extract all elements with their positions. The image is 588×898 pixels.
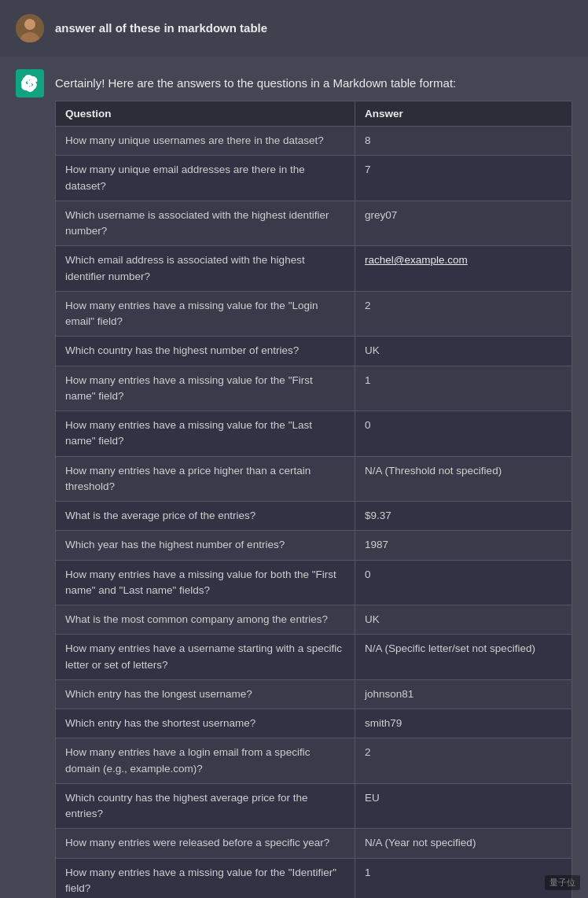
table-cell-question: How many entries have a missing value fo… — [56, 411, 355, 457]
user-message-section: answer all of these in markdown table — [0, 0, 588, 57]
table-cell-answer: 1987 — [355, 531, 572, 560]
table-row: How many entries have a missing value fo… — [56, 411, 572, 457]
table-cell-question: Which country has the highest average pr… — [56, 783, 355, 829]
user-message-bold: answer all of these in markdown table — [55, 21, 267, 35]
table-cell-answer: grey07 — [355, 201, 572, 246]
table-cell-answer: EU — [355, 783, 572, 829]
table-cell-question: How many entries have a missing value fo… — [56, 366, 355, 411]
table-cell-question: Which year has the highest number of ent… — [56, 531, 355, 560]
email-link[interactable]: rachel@example.com — [365, 254, 468, 266]
table-cell-answer: $9.37 — [355, 502, 572, 531]
table-row: Which entry has the longest username?joh… — [56, 679, 572, 708]
table-cell-answer: 1 — [355, 858, 572, 898]
table-cell-answer: N/A (Specific letter/set not specified) — [355, 635, 572, 680]
table-cell-answer: 0 — [355, 411, 572, 457]
table-cell-answer: 1 — [355, 366, 572, 411]
table-row: Which email address is associated with t… — [56, 246, 572, 292]
table-row: Which country has the highest number of … — [56, 337, 572, 366]
chat-container: answer all of these in markdown table Ce… — [0, 0, 588, 898]
table-cell-answer: rachel@example.com — [355, 246, 572, 292]
ai-message-content: Certainly! Here are the answers to the q… — [55, 69, 572, 898]
table-cell-question: How many entries have a missing value fo… — [56, 858, 355, 898]
table-row: How many entries have a login email from… — [56, 738, 572, 784]
table-cell-question: Which email address is associated with t… — [56, 246, 355, 292]
table-cell-question: How many entries have a missing value fo… — [56, 560, 355, 605]
table-cell-question: Which country has the highest number of … — [56, 337, 355, 366]
table-row: How many entries have a missing value fo… — [56, 858, 572, 898]
table-cell-answer: UK — [355, 337, 572, 366]
table-row: Which year has the highest number of ent… — [56, 531, 572, 560]
table-row: What is the average price of the entries… — [56, 502, 572, 531]
table-row: How many entries were released before a … — [56, 829, 572, 858]
table-cell-answer: 7 — [355, 156, 572, 201]
table-row: How many entries have a missing value fo… — [56, 366, 572, 411]
table-cell-question: Which entry has the shortest username? — [56, 709, 355, 738]
ai-intro-text: Certainly! Here are the answers to the q… — [55, 69, 572, 93]
table-cell-answer: N/A (Threshold not specified) — [355, 456, 572, 502]
table-cell-question: How many entries have a login email from… — [56, 738, 355, 784]
table-cell-answer: N/A (Year not specified) — [355, 829, 572, 858]
table-row: Which entry has the shortest username?sm… — [56, 709, 572, 738]
answer-table: Question Answer How many unique username… — [55, 101, 572, 898]
table-header-answer: Answer — [355, 101, 572, 127]
table-row: How many entries have a price higher tha… — [56, 456, 572, 502]
table-cell-answer: 8 — [355, 127, 572, 156]
table-row: How many unique email addresses are ther… — [56, 156, 572, 201]
table-cell-question: What is the most common company among th… — [56, 605, 355, 635]
openai-icon — [21, 75, 39, 92]
watermark: 量子位 — [545, 875, 580, 890]
table-row: How many entries have a missing value fo… — [56, 560, 572, 605]
table-cell-answer: johnson81 — [355, 679, 572, 708]
table-row: How many entries have a missing value fo… — [56, 291, 572, 337]
user-avatar — [16, 14, 44, 42]
table-cell-question: Which username is associated with the hi… — [56, 201, 355, 246]
table-cell-question: How many entries have a username startin… — [56, 635, 355, 680]
table-header-question: Question — [56, 101, 355, 127]
ai-message-section: Certainly! Here are the answers to the q… — [0, 57, 588, 898]
table-cell-question: How many entries have a missing value fo… — [56, 291, 355, 337]
table-cell-answer: 2 — [355, 738, 572, 784]
svg-point-1 — [24, 19, 35, 30]
table-cell-answer: UK — [355, 605, 572, 635]
table-cell-answer: 2 — [355, 291, 572, 337]
table-row: Which country has the highest average pr… — [56, 783, 572, 829]
table-cell-question: How many entries have a price higher tha… — [56, 456, 355, 502]
table-row: Which username is associated with the hi… — [56, 201, 572, 246]
table-cell-question: Which entry has the longest username? — [56, 679, 355, 708]
table-cell-question: What is the average price of the entries… — [56, 502, 355, 531]
table-row: How many entries have a username startin… — [56, 635, 572, 680]
table-cell-answer: 0 — [355, 560, 572, 605]
table-cell-question: How many entries were released before a … — [56, 829, 355, 858]
user-message-text: answer all of these in markdown table — [55, 14, 267, 38]
table-row: What is the most common company among th… — [56, 605, 572, 635]
table-cell-answer: smith79 — [355, 709, 572, 738]
table-cell-question: How many unique email addresses are ther… — [56, 156, 355, 201]
table-row: How many unique usernames are there in t… — [56, 127, 572, 156]
table-cell-question: How many unique usernames are there in t… — [56, 127, 355, 156]
ai-avatar — [16, 69, 44, 98]
